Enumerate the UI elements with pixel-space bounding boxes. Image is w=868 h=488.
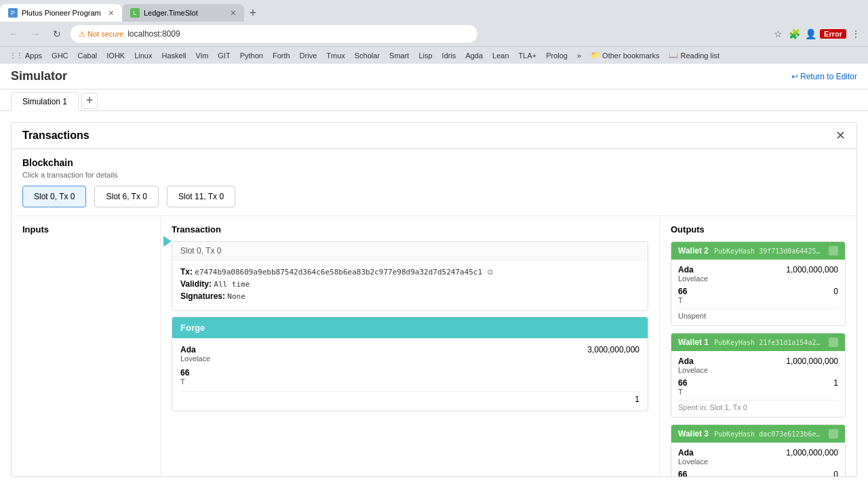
apps-bookmark-icon: ⋮⋮ xyxy=(9,52,23,59)
wallet-3-header: Wallet 3 PubKeyHash dac073e6123b6ea59db0… xyxy=(671,425,845,443)
slot-card-1[interactable]: Slot 6, Tx 0 xyxy=(94,186,158,207)
wallet-3-name: Wallet 3 xyxy=(678,429,709,439)
bookmark-cabal[interactable]: Cabal xyxy=(74,50,102,61)
validity-label: Validity: xyxy=(180,279,212,289)
bookmark-forth-label: Forth xyxy=(273,52,290,60)
tab-1-close[interactable]: × xyxy=(108,8,114,18)
bookmark-reading[interactable]: 📖 Reading list xyxy=(665,49,723,61)
folder-icon: 📁 xyxy=(591,51,600,60)
wallet-1-ada-amount: 1,000,000,000 xyxy=(786,357,838,374)
bookmark-tla[interactable]: TLA+ xyxy=(515,50,541,61)
bookmark-smart-label: Smart xyxy=(389,52,409,60)
wallet-1-ada-label: Ada xyxy=(678,357,708,366)
forge-token-labels: 66 T xyxy=(180,368,189,386)
bookmark-vim[interactable]: Vim xyxy=(192,50,213,61)
tx-label: Tx: xyxy=(180,267,193,277)
tab-1[interactable]: P Plutus Pioneer Program × xyxy=(0,4,122,22)
bookmark-git[interactable]: GIT xyxy=(214,50,234,61)
wallet-2-token-amount: 0 xyxy=(833,287,838,304)
address-bar: ← → ↻ ⚠ Not secure localhost:8009 ☆ 🧩 👤 … xyxy=(0,22,868,46)
star-icon[interactable]: ☆ xyxy=(771,27,785,41)
bookmark-other-label: Other bookmarks xyxy=(602,52,659,60)
bookmark-overflow[interactable]: » xyxy=(573,50,585,61)
bookmark-tmux[interactable]: Tmux xyxy=(322,50,349,61)
bookmark-ghc[interactable]: GHC xyxy=(47,50,72,61)
wallet-3-ada-label: Ada xyxy=(678,448,708,458)
wallet-2-ada-amount: 1,000,000,000 xyxy=(786,265,838,283)
wallet-2-body: Ada Lovelace 1,000,000,000 66 xyxy=(671,260,845,325)
tab-2-title: Ledger.TimeSlot xyxy=(144,9,226,17)
bookmark-haskell[interactable]: Haskell xyxy=(157,50,190,61)
wallet-card-1: Wallet 1 PubKeyHash 21fe31d1a154a2c1620b… xyxy=(671,333,846,418)
reload-button[interactable]: ↻ xyxy=(49,26,65,42)
bookmark-apps[interactable]: ⋮⋮ Apps xyxy=(5,50,46,61)
copy-icon[interactable]: ⧉ xyxy=(488,268,493,277)
wallet-2-header: Wallet 2 PubKeyHash 39f713d0a644253f9d52… xyxy=(671,242,845,260)
wallet-3-token-amount: 0 xyxy=(833,470,838,476)
tab-2-close[interactable]: × xyxy=(231,8,236,18)
tab-2[interactable]: L Ledger.TimeSlot × xyxy=(122,4,244,22)
bookmark-iohk[interactable]: IOHK xyxy=(102,50,129,61)
add-simulation-button[interactable]: + xyxy=(81,93,98,109)
return-to-editor-link[interactable]: ↩ Return to Editor xyxy=(791,72,857,81)
tx-field-validity: Validity: All time xyxy=(180,279,639,289)
browser-chrome: P Plutus Pioneer Program × L Ledger.Time… xyxy=(0,0,868,64)
bookmark-lean[interactable]: Lean xyxy=(488,50,513,61)
reading-icon: 📖 xyxy=(669,51,678,60)
bookmark-scholar[interactable]: Scholar xyxy=(351,50,384,61)
bookmark-drive[interactable]: Drive xyxy=(296,50,321,61)
slot-card-0[interactable]: Slot 0, Tx 0 xyxy=(22,186,86,207)
wallet-2-token-row: 66 T 0 xyxy=(678,287,838,304)
bookmark-prolog-label: Prolog xyxy=(546,52,568,60)
wallet-3-ada-sublabel: Lovelace xyxy=(678,458,708,466)
slot-card-2[interactable]: Slot 11, Tx 0 xyxy=(167,186,235,207)
blockchain-section: Blockchain Click a transaction for detai… xyxy=(12,149,856,216)
forward-button[interactable]: → xyxy=(27,26,43,42)
bookmark-linux[interactable]: Linux xyxy=(130,50,156,61)
simulation-tab-1[interactable]: Simulation 1 xyxy=(11,92,79,111)
bookmark-python[interactable]: Python xyxy=(236,50,267,61)
wallet-2-name: Wallet 2 xyxy=(678,246,709,256)
bookmark-lisp-label: Lisp xyxy=(418,52,432,60)
bookmark-agda[interactable]: Agda xyxy=(461,50,487,61)
bookmark-lisp[interactable]: Lisp xyxy=(414,50,436,61)
close-panel-button[interactable]: ✕ xyxy=(835,128,846,143)
back-button[interactable]: ← xyxy=(5,26,22,42)
forge-token-section: 66 T xyxy=(180,368,639,386)
extension-icon[interactable]: 🧩 xyxy=(787,27,801,41)
wallet-1-token-label: 66 xyxy=(678,378,687,388)
bookmark-ghc-label: GHC xyxy=(52,52,68,60)
wallet-2-status: Unspent xyxy=(678,308,838,320)
bookmark-python-label: Python xyxy=(240,52,263,60)
forge-title: Forge xyxy=(180,323,205,333)
bookmark-idris[interactable]: Idris xyxy=(438,50,460,61)
wallet-card-2: Wallet 2 PubKeyHash 39f713d0a644253f9d52… xyxy=(671,241,846,326)
bookmark-other[interactable]: 📁 Other bookmarks xyxy=(587,49,663,61)
wallet-3-ada-amount: 1,000,000,000 xyxy=(786,448,838,466)
wallet-3-ada-row: Ada Lovelace 1,000,000,000 xyxy=(678,448,838,466)
bookmark-forth[interactable]: Forth xyxy=(269,50,294,61)
simulation-tabs: Simulation 1 + xyxy=(0,89,868,111)
forge-ada-label: Ada xyxy=(180,345,210,354)
profile-icon[interactable]: 👤 xyxy=(804,27,817,41)
main-content: Inputs Transaction Slot 0, Tx 0 xyxy=(12,216,856,476)
bookmark-smart[interactable]: Smart xyxy=(385,50,413,61)
forge-header: Forge xyxy=(172,317,648,338)
tx-field-tx: Tx: e7474b9a08609a9ebb87542d364c6e58b6ea… xyxy=(180,267,639,277)
new-tab-button[interactable]: + xyxy=(244,4,262,22)
wallet-1-token-sublabel: T xyxy=(678,388,687,396)
wallet-1-spent-label: Spent in: Slot 1, Tx 0 xyxy=(678,403,747,411)
wallet-1-token-section: 66 T 1 xyxy=(678,378,838,396)
bookmark-prolog[interactable]: Prolog xyxy=(542,50,572,61)
tab-bar: P Plutus Pioneer Program × L Ledger.Time… xyxy=(0,0,868,22)
outputs-title: Outputs xyxy=(671,224,846,235)
wallet-1-pubkey: PubKeyHash 21fe31d1a154a2c1620bf854046df… xyxy=(714,339,823,346)
bookmark-idris-label: Idris xyxy=(442,52,456,60)
tx-field-signatures: Signatures: None xyxy=(180,291,639,301)
bookmark-iohk-label: IOHK xyxy=(106,52,125,60)
wallet-2-token-sublabel: T xyxy=(678,296,687,304)
wallet-2-ada-section: Ada Lovelace 1,000,000,000 xyxy=(678,265,838,283)
forge-ada-section: Ada Lovelace 3,000,000,000 xyxy=(180,345,639,363)
address-input[interactable]: ⚠ Not secure localhost:8009 xyxy=(71,25,477,43)
menu-icon[interactable]: ⋮ xyxy=(849,27,863,41)
